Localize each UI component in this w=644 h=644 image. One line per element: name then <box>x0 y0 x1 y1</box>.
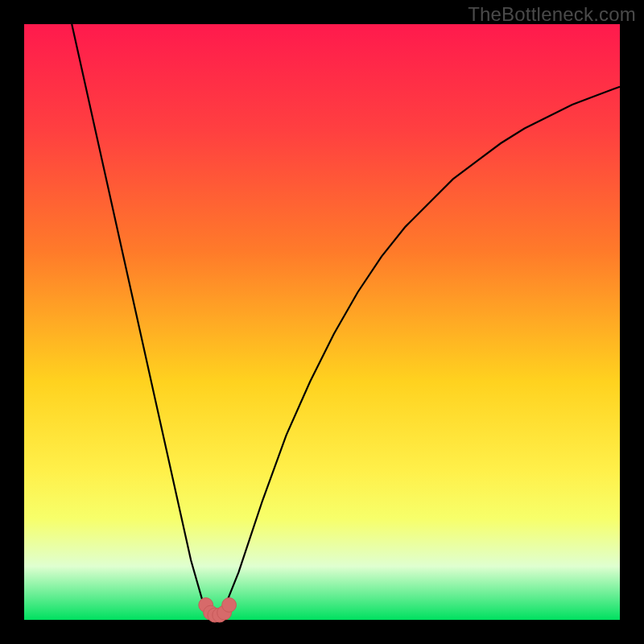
bottleneck-curve <box>72 24 620 617</box>
chart-svg <box>24 24 620 620</box>
chart-frame: TheBottleneck.com <box>0 0 644 644</box>
watermark-text: TheBottleneck.com <box>468 3 636 26</box>
plot-area <box>24 24 620 620</box>
valley-markers-group <box>199 598 237 622</box>
valley-marker <box>222 598 237 613</box>
